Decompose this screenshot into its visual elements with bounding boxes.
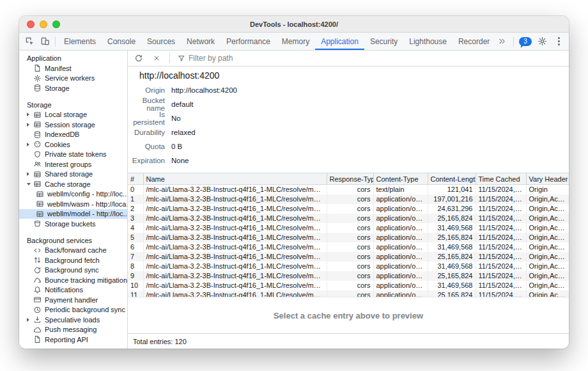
filter-by-path-input[interactable]: Filter by path xyxy=(175,54,235,63)
devtools-window: DevTools - localhost:4200/ Elements Cons… xyxy=(19,16,569,349)
sidebar-item-private-state-tokens[interactable]: Private state tokens xyxy=(19,150,127,160)
drawer-messages-icon[interactable]: 3 xyxy=(518,34,533,49)
table-row[interactable]: 5/mlc-ai/Llama-3.2-3B-Instruct-q4f16_1-M… xyxy=(128,233,569,242)
sidebar-item-background-fetch[interactable]: Background fetch xyxy=(19,255,127,265)
table-row[interactable]: 9/mlc-ai/Llama-3.2-3B-Instruct-q4f16_1-M… xyxy=(128,271,569,281)
meta-row-durability: Durability relaxed xyxy=(128,125,569,139)
sidebar-item-service-workers[interactable]: Service workers xyxy=(19,74,127,84)
col-time-cached[interactable]: Time Cached xyxy=(476,173,526,185)
delete-selected-icon[interactable] xyxy=(149,51,164,66)
sidebar-item-back-forward-cache[interactable]: Back/forward cache xyxy=(19,246,127,256)
tab-performance[interactable]: Performance xyxy=(220,33,276,50)
chevron-right-icon[interactable] xyxy=(27,172,29,176)
table-row[interactable]: 3/mlc-ai/Llama-3.2-3B-Instruct-q4f16_1-M… xyxy=(128,214,569,223)
sidebar-item-webllm-model-selected[interactable]: webllm/model - http://loc... xyxy=(19,209,127,219)
kebab-menu-icon[interactable] xyxy=(551,34,566,49)
tab-console[interactable]: Console xyxy=(102,33,141,50)
sidebar-item-payment-handler[interactable]: Payment handler xyxy=(19,295,127,305)
sidebar-item-webllm-config[interactable]: webllm/config - http://loc... xyxy=(19,189,127,200)
sidebar-item-interest-groups[interactable]: Interest groups xyxy=(19,159,127,170)
chevron-right-icon[interactable] xyxy=(27,318,29,322)
sidebar-item-speculative-loads[interactable]: Speculative loads xyxy=(19,315,127,325)
more-tabs-icon[interactable] xyxy=(494,34,509,49)
sidebar-item-bounce-tracking-mitigations[interactable]: Bounce tracking mitigations xyxy=(19,275,127,285)
sidebar-section-storage[interactable]: Storage xyxy=(19,100,127,110)
database-icon xyxy=(33,130,42,139)
sidebar-item-indexeddb[interactable]: IndexedDB xyxy=(19,130,127,140)
table-row[interactable]: 6/mlc-ai/Llama-3.2-3B-Instruct-q4f16_1-M… xyxy=(128,242,569,252)
chevron-down-icon[interactable] xyxy=(27,183,31,186)
back-forward-icon xyxy=(33,246,42,255)
sidebar-item-periodic-background-sync[interactable]: Periodic background sync xyxy=(19,305,127,315)
settings-gear-icon[interactable] xyxy=(534,34,550,49)
filter-placeholder: Filter by path xyxy=(189,54,233,63)
people-icon xyxy=(33,160,42,168)
sidebar-item-session-storage[interactable]: Session storage xyxy=(19,120,127,130)
col-vary-header[interactable]: Vary Header xyxy=(526,173,569,185)
sync-icon xyxy=(33,266,42,274)
device-toolbar-icon[interactable] xyxy=(37,34,52,49)
refresh-icon[interactable] xyxy=(131,51,146,66)
cache-origin-title: http://localhost:4200 xyxy=(128,67,569,83)
zoom-window-button[interactable] xyxy=(52,20,60,28)
col-index[interactable]: # xyxy=(128,173,143,185)
col-content-length[interactable]: Content-Length xyxy=(428,173,476,185)
inspect-element-icon[interactable] xyxy=(22,34,37,49)
desktop: DevTools - localhost:4200/ Elements Cons… xyxy=(0,0,588,371)
tab-network[interactable]: Network xyxy=(181,33,220,50)
table-row[interactable]: 4/mlc-ai/Llama-3.2-3B-Instruct-q4f16_1-M… xyxy=(128,223,569,233)
sidebar-item-local-storage[interactable]: Local storage xyxy=(19,110,127,120)
table-row[interactable]: 1/mlc-ai/Llama-3.2-3B-Instruct-q4f16_1-M… xyxy=(128,194,569,204)
preview-placeholder: Select a cache entry above to preview xyxy=(128,297,569,333)
table-icon xyxy=(33,120,42,129)
meta-row-origin: Origin http://localhost:4200 xyxy=(128,83,569,97)
sidebar-item-manifest[interactable]: Manifest xyxy=(19,63,127,74)
tab-recorder[interactable]: Recorder xyxy=(453,33,494,50)
tab-application[interactable]: Application xyxy=(315,33,364,50)
minimize-window-button[interactable] xyxy=(40,20,47,28)
service-worker-icon xyxy=(33,74,42,83)
shield-icon xyxy=(33,150,42,159)
table-header-row: # Name Response-Type Content-Type Conten… xyxy=(128,173,569,185)
sidebar-section-application[interactable]: Application xyxy=(19,53,127,63)
sidebar-section-background-services[interactable]: Background services xyxy=(19,235,127,246)
application-sidebar: Application Manifest Service workers Sto… xyxy=(19,51,128,349)
table-icon xyxy=(33,170,42,178)
chevron-right-icon[interactable] xyxy=(27,113,29,116)
table-row[interactable]: 8/mlc-ai/Llama-3.2-3B-Instruct-q4f16_1-M… xyxy=(128,262,569,271)
sidebar-item-push-messaging[interactable]: Push messaging xyxy=(19,325,127,335)
col-content-type[interactable]: Content-Type xyxy=(373,173,428,185)
chevron-right-icon[interactable] xyxy=(27,123,29,127)
sidebar-item-notifications[interactable]: Notifications xyxy=(19,285,127,296)
cookie-icon xyxy=(33,140,42,148)
tabbar-right-controls: 3 xyxy=(494,34,566,49)
col-name[interactable]: Name xyxy=(143,173,327,185)
table-row[interactable]: 2/mlc-ai/Llama-3.2-3B-Instruct-q4f16_1-M… xyxy=(128,204,569,214)
table-row[interactable]: 7/mlc-ai/Llama-3.2-3B-Instruct-q4f16_1-M… xyxy=(128,252,569,262)
sidebar-item-storage-buckets[interactable]: Storage buckets xyxy=(19,219,127,229)
col-response-type[interactable]: Response-Type xyxy=(327,173,373,185)
sidebar-item-reporting-api[interactable]: Reporting API xyxy=(19,335,127,345)
cache-entries-table: # Name Response-Type Content-Type Conten… xyxy=(128,173,569,297)
table-row[interactable]: 11/mlc-ai/Llama-3.2-3B-Instruct-q4f16_1-… xyxy=(128,290,569,297)
toolbar-divider xyxy=(513,36,514,47)
tab-sources[interactable]: Sources xyxy=(141,33,181,50)
sidebar-item-webllm-wasm[interactable]: webllm/wasm - http://loca... xyxy=(19,199,127,209)
sidebar-item-background-sync[interactable]: Background sync xyxy=(19,265,127,276)
devtools-content: Application Manifest Service workers Sto… xyxy=(19,51,569,349)
chevron-right-icon[interactable] xyxy=(27,143,29,146)
sidebar-item-cache-storage[interactable]: Cache storage xyxy=(19,179,127,189)
table-row[interactable]: 10/mlc-ai/Llama-3.2-3B-Instruct-q4f16_1-… xyxy=(128,281,569,290)
sidebar-item-cookies[interactable]: Cookies xyxy=(19,139,127,150)
sidebar-item-shared-storage[interactable]: Shared storage xyxy=(19,170,127,180)
table-row[interactable]: 0/mlc-ai/Llama-3.2-3B-Instruct-q4f16_1-M… xyxy=(128,185,569,194)
close-window-button[interactable] xyxy=(27,20,35,28)
drawer-badge-count: 3 xyxy=(519,37,532,46)
tab-security[interactable]: Security xyxy=(364,33,403,50)
tab-memory[interactable]: Memory xyxy=(276,33,315,50)
tab-elements[interactable]: Elements xyxy=(58,33,102,50)
sidebar-item-storage[interactable]: Storage xyxy=(19,83,127,93)
cloud-icon xyxy=(33,326,42,334)
meta-row-is-persistent: Is persistent No xyxy=(128,111,569,125)
tab-lighthouse[interactable]: Lighthouse xyxy=(403,33,453,50)
